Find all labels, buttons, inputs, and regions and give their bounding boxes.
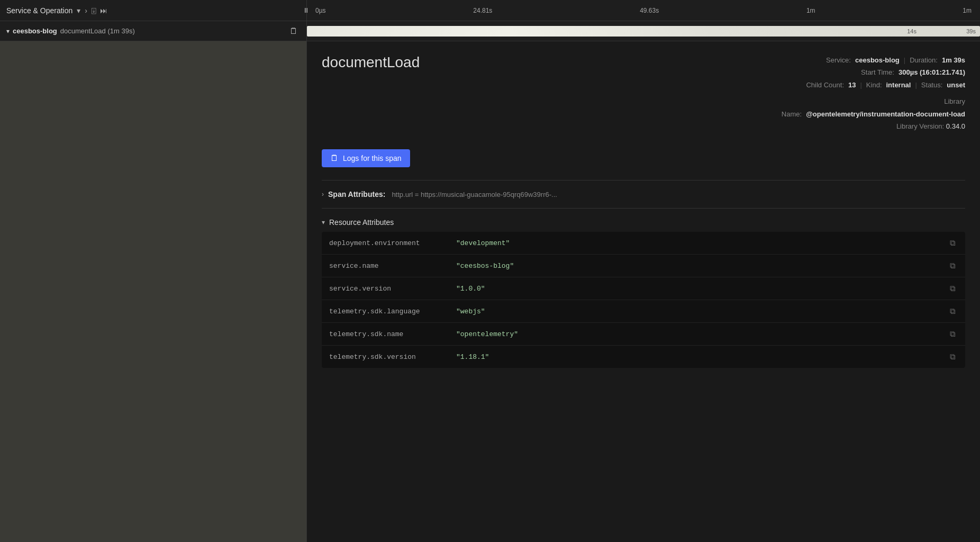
meta-row-service-duration: Service: ceesbos-blog | Duration: 1m 39s: [782, 54, 965, 66]
resource-attributes-header[interactable]: ▾ Resource Attributes: [322, 213, 965, 230]
span-attributes-title: Span Attributes:: [328, 190, 385, 198]
meta-row-child-kind-status: Child Count: 13 | Kind: internal | Statu…: [782, 79, 965, 91]
kind-value: internal: [886, 79, 911, 91]
copy-attr-button[interactable]: ⧉: [948, 305, 958, 317]
copy-attr-button[interactable]: ⧉: [948, 283, 958, 294]
span-logs-icon-button[interactable]: 🗒: [287, 25, 300, 37]
resource-attr-value: "ceesbos-blog": [456, 262, 948, 270]
status-value: unset: [947, 79, 965, 91]
span-timeline-bar: 14s 39s: [307, 21, 980, 41]
resource-attr-key: telemetry.sdk.name: [329, 330, 456, 338]
double-chevron-down-icon[interactable]: ⍗: [92, 6, 96, 15]
header-left: Service & Operation ▾ › ⍗ ⏭: [0, 0, 307, 21]
copy-attr-button[interactable]: ⧉: [948, 260, 958, 272]
span-operation-name: documentLoad (1m 39s): [60, 27, 135, 35]
resource-attr-row: telemetry.sdk.name"opentelemetry"⧉: [322, 323, 965, 346]
span-bar-label-14s: 14s: [907, 28, 917, 34]
resource-attr-row: deployment.environment"development"⧉: [322, 232, 965, 255]
start-time-value: 300µs (16:01:21.741): [899, 66, 965, 78]
library-name-value: @opentelemetry/instrumentation-document-…: [806, 108, 965, 120]
copy-attr-button[interactable]: ⧉: [948, 328, 958, 340]
span-attributes-chevron-right-icon: ›: [322, 191, 324, 198]
copy-attr-button[interactable]: ⧉: [948, 351, 958, 363]
header-row: Service & Operation ▾ › ⍗ ⏭ ⏸ 0µs 24.81s…: [0, 0, 980, 21]
timeline-marker-4: 1m: [963, 7, 972, 14]
content-area: documentLoad Service: ceesbos-blog | Dur…: [0, 41, 980, 542]
timeline-marker-0: 0µs: [315, 7, 326, 14]
resource-attr-row: telemetry.sdk.language"webjs"⧉: [322, 300, 965, 323]
resource-attr-value: "opentelemetry": [456, 330, 948, 338]
resource-attributes-title: Resource Attributes: [329, 218, 394, 227]
timeline-header: ⏸ 0µs 24.81s 49.63s 1m 1m: [307, 7, 980, 14]
chevron-down-icon[interactable]: ▾: [77, 6, 80, 15]
resource-attr-key: service.name: [329, 262, 456, 270]
resource-attr-value: "development": [456, 239, 948, 247]
logs-for-span-button[interactable]: 🗒 Logs for this span: [322, 149, 410, 167]
library-section: Library: [782, 95, 965, 107]
timeline-marker-1: 24.81s: [473, 7, 492, 14]
divider-between-sections: [322, 208, 965, 209]
start-time-label: Start Time:: [861, 66, 894, 78]
resource-attr-key: telemetry.sdk.language: [329, 308, 456, 315]
logs-button-icon: 🗒: [330, 153, 339, 163]
service-value: ceesbos-blog: [855, 54, 900, 66]
library-heading: Library: [944, 97, 965, 105]
resource-attributes-section: ▾ Resource Attributes deployment.environ…: [322, 213, 965, 368]
child-count-label: Child Count:: [806, 79, 844, 91]
meta-row-start-time: Start Time: 300µs (16:01:21.741): [782, 66, 965, 78]
resource-attr-key: telemetry.sdk.version: [329, 353, 456, 361]
pause-icon[interactable]: ⏸: [303, 6, 310, 14]
duration-label: Duration:: [910, 54, 938, 66]
copy-attr-button[interactable]: ⧉: [948, 237, 958, 249]
child-count-value: 13: [848, 79, 856, 91]
kind-label: Kind:: [866, 79, 882, 91]
resource-attr-key: service.version: [329, 285, 456, 293]
span-service-name: ceesbos-blog: [13, 27, 57, 35]
timeline-marker-2: 49.63s: [640, 7, 659, 14]
span-bar-label-39s: 39s: [966, 28, 976, 34]
span-attributes-header[interactable]: › Span Attributes: http.url = https://mu…: [322, 185, 965, 204]
resource-attributes-table: deployment.environment"development"⧉serv…: [322, 232, 965, 368]
resource-attr-row: telemetry.sdk.version"1.18.1"⧉: [322, 346, 965, 368]
divider-after-logs: [322, 180, 965, 180]
resource-attr-value: "1.18.1": [456, 353, 948, 361]
resource-attr-row: service.name"ceesbos-blog"⧉: [322, 255, 965, 277]
resource-attributes-chevron-down-icon: ▾: [322, 219, 325, 226]
span-attributes-preview: http.url = https://musical-guacamole-95q…: [392, 191, 557, 198]
left-panel: [0, 41, 307, 542]
service-label: Service:: [826, 54, 851, 66]
span-detail-header: documentLoad Service: ceesbos-blog | Dur…: [322, 54, 965, 132]
span-left: ▾ ceesbos-blog documentLoad (1m 39s) 🗒: [0, 21, 307, 41]
span-duration-bar: [307, 26, 980, 37]
right-panel: documentLoad Service: ceesbos-blog | Dur…: [307, 41, 980, 542]
status-label: Status:: [921, 79, 942, 91]
service-operation-title: Service & Operation: [6, 6, 72, 15]
skip-forward-icon[interactable]: ⏭: [100, 6, 107, 15]
library-version-label: Library Version:: [896, 122, 944, 130]
arrow-right-icon[interactable]: ›: [85, 6, 87, 15]
span-meta: Service: ceesbos-blog | Duration: 1m 39s…: [782, 54, 965, 132]
library-version-value: 0.34.0: [946, 122, 965, 130]
meta-row-library-name: Name: @opentelemetry/instrumentation-doc…: [782, 108, 965, 120]
logs-button-label: Logs for this span: [343, 154, 402, 162]
library-version-row: Library Version: 0.34.0: [782, 120, 965, 132]
main-container: Service & Operation ▾ › ⍗ ⏭ ⏸ 0µs 24.81s…: [0, 0, 980, 542]
resource-attr-key: deployment.environment: [329, 239, 456, 247]
span-attributes-section: › Span Attributes: http.url = https://mu…: [322, 185, 965, 204]
timeline-markers: 0µs 24.81s 49.63s 1m 1m: [315, 7, 972, 14]
library-name-label: Name:: [782, 108, 802, 120]
span-chevron-down-icon[interactable]: ▾: [6, 28, 10, 35]
span-detail-title: documentLoad: [322, 54, 420, 71]
resource-attr-value: "webjs": [456, 308, 948, 315]
duration-value: 1m 39s: [942, 54, 965, 66]
timeline-marker-3: 1m: [806, 7, 815, 14]
resource-attr-value: "1.0.0": [456, 285, 948, 293]
resource-attr-row: service.version"1.0.0"⧉: [322, 277, 965, 300]
span-row: ▾ ceesbos-blog documentLoad (1m 39s) 🗒 1…: [0, 21, 980, 41]
